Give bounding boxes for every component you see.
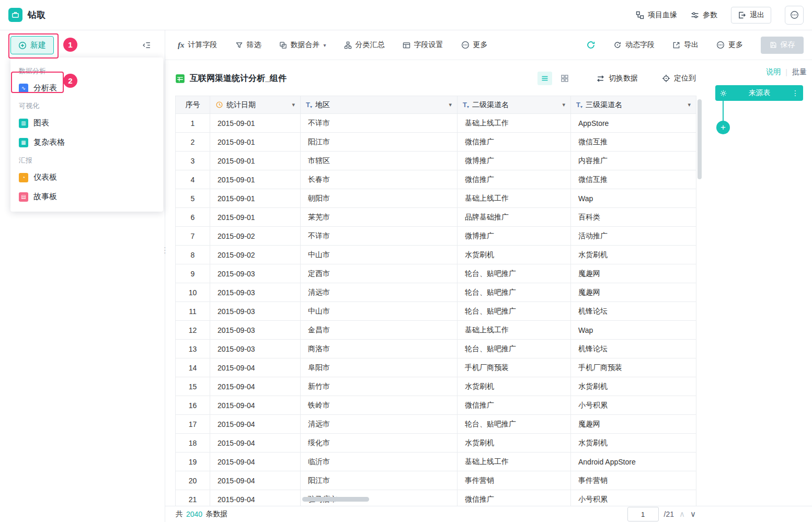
batch-link[interactable]: 批量 <box>792 67 807 77</box>
cell-date: 2015-09-04 <box>210 434 301 453</box>
column-header-channel3[interactable]: T▾ 三级渠道名 ▾ <box>571 96 696 114</box>
project-lineage-button[interactable]: 项目血缘 <box>636 10 677 20</box>
exit-button[interactable]: 退出 <box>731 7 771 24</box>
grid-view-toggle[interactable] <box>557 72 572 85</box>
table-row[interactable]: 18 2015-09-04 绥化市 水货刷机 水货刷机 <box>176 434 696 453</box>
cell-date: 2015-09-01 <box>210 152 301 170</box>
table-row[interactable]: 17 2015-09-04 清远市 轮台、贴吧推广 魔趣网 <box>176 415 696 434</box>
vertical-scrollbar-thumb[interactable] <box>697 99 702 179</box>
note-link[interactable]: 说明 <box>766 67 781 77</box>
table-row[interactable]: 14 2015-09-04 阜阳市 手机厂商预装 手机厂商预装 <box>176 358 696 377</box>
chevron-down-icon[interactable]: ▾ <box>562 101 565 108</box>
column-label: 统计日期 <box>226 100 256 110</box>
column-header-region[interactable]: T▾ 地区 ▾ <box>301 96 458 114</box>
table-row[interactable]: 19 2015-09-04 临沂市 基础上线工作 Android AppStor… <box>176 453 696 471</box>
dynamic-field-icon <box>613 41 622 49</box>
menu-item-storyboard[interactable]: ▤故事板 <box>10 187 163 206</box>
pagination: /21 ∧ ∨ <box>627 507 696 521</box>
classify-summary-button[interactable]: 分类汇总 <box>344 40 385 50</box>
column-header-channel2[interactable]: T▾ 二级渠道名 ▾ <box>458 96 571 114</box>
merge-icon <box>279 41 287 49</box>
menu-item-chart[interactable]: ▥图表 <box>10 113 163 133</box>
table-row[interactable]: 10 2015-09-03 清远市 轮台、贴吧推广 魔趣网 <box>176 283 696 302</box>
menu-section-title: 数据分析 <box>10 63 163 78</box>
cell-region: 朝阳市 <box>301 189 458 208</box>
table-row[interactable]: 2 2015-09-01 阳江市 微信推广 微信互推 <box>176 133 696 152</box>
component-toolbar: fx 计算字段 筛选 数据合并 ▾ 分类汇总 字段设置 更多 动态字段 导出 <box>165 30 812 60</box>
menu-item-dashboard[interactable]: ◔仪表板 <box>10 168 163 187</box>
column-header-index[interactable]: 序号 <box>176 96 210 114</box>
column-header-date[interactable]: 统计日期 ▾ <box>210 96 301 114</box>
save-label: 保存 <box>781 40 795 50</box>
table-row[interactable]: 5 2015-09-01 朝阳市 基础上线工作 Wap <box>176 189 696 208</box>
switch-data-button[interactable]: 切换数据 <box>596 74 638 83</box>
component-header: 互联网渠道统计分析_组件 切换数据 定位到 <box>175 69 696 87</box>
more-right-button[interactable]: 更多 <box>716 40 743 50</box>
table-row[interactable]: 1 2015-09-01 不详市 基础上线工作 AppStore <box>176 114 696 133</box>
locate-button[interactable]: 定位到 <box>662 74 696 83</box>
new-menu-dropdown: 数据分析∿分析表可视化▥图表▦复杂表格汇报◔仪表板▤故事板 <box>10 57 163 212</box>
cell-date: 2015-09-03 <box>210 283 301 302</box>
calc-field-button[interactable]: fx 计算字段 <box>178 40 218 50</box>
table-row[interactable]: 11 2015-09-03 中山市 轮台、贴吧推广 机锋论坛 <box>176 302 696 321</box>
chevron-down-icon[interactable]: ▾ <box>449 101 452 108</box>
more-vertical-icon[interactable]: ⋮ <box>792 89 799 97</box>
source-table-node[interactable]: 来源表 ⋮ <box>715 85 803 101</box>
table-row[interactable]: 9 2015-09-03 定西市 轮台、贴吧推广 魔趣网 <box>176 264 696 283</box>
chevron-down-icon[interactable]: ▾ <box>292 101 295 108</box>
menu-item-analysis-table[interactable]: ∿分析表 <box>10 78 163 98</box>
table-row[interactable]: 12 2015-09-03 金昌市 基础上线工作 Wap <box>176 321 696 340</box>
chevron-down-icon[interactable]: ▾ <box>688 101 691 108</box>
chart-icon: ▥ <box>19 119 28 128</box>
column-label: 二级渠道名 <box>472 100 509 110</box>
cell-channel2: 水货刷机 <box>458 434 571 453</box>
new-button-label: 新建 <box>30 40 46 50</box>
table-row[interactable]: 20 2015-09-04 阳江市 事件营销 事件营销 <box>176 471 696 490</box>
more-options-button[interactable] <box>785 6 804 25</box>
cell-channel2: 基础上线工作 <box>458 189 571 208</box>
table-row[interactable]: 4 2015-09-01 长春市 微信推广 微信互推 <box>176 170 696 189</box>
page-down-icon[interactable]: ∨ <box>690 509 696 519</box>
add-node-button[interactable]: + <box>716 121 730 134</box>
table-row[interactable]: 21 2015-09-04 驻马店市 微信推广 小号积累 <box>176 490 696 506</box>
cell-date: 2015-09-02 <box>210 227 301 246</box>
page-up-icon[interactable]: ∧ <box>679 509 685 519</box>
cell-channel2: 微信推广 <box>458 490 571 506</box>
table-row[interactable]: 6 2015-09-01 莱芜市 品牌基础推广 百科类 <box>176 208 696 227</box>
list-view-icon <box>541 74 549 83</box>
gear-icon <box>719 89 727 97</box>
table-view-toggle[interactable] <box>537 72 552 85</box>
table-row[interactable]: 7 2015-09-02 不详市 微博推广 活动推广 <box>176 227 696 246</box>
dynamic-field-button[interactable]: 动态字段 <box>613 40 655 50</box>
field-settings-button[interactable]: 字段设置 <box>403 40 443 50</box>
new-button[interactable]: 新建 <box>10 36 54 54</box>
cell-index: 16 <box>176 396 210 415</box>
panel-resize-handle[interactable]: ⋮ <box>161 246 169 255</box>
cell-channel3: Wap <box>571 321 696 340</box>
menu-item-complex-table[interactable]: ▦复杂表格 <box>10 133 163 152</box>
data-merge-button[interactable]: 数据合并 ▾ <box>279 40 326 50</box>
params-button[interactable]: 参数 <box>691 10 717 20</box>
filter-button[interactable]: 筛选 <box>235 40 261 50</box>
save-button[interactable]: 保存 <box>761 37 804 54</box>
page-title: 钻取 <box>28 9 45 21</box>
cell-index: 18 <box>176 434 210 453</box>
table-row[interactable]: 3 2015-09-01 市辖区 微博推广 内容推广 <box>176 152 696 170</box>
refresh-icon[interactable] <box>586 40 596 50</box>
cell-channel3: 手机厂商预装 <box>571 358 696 377</box>
collapse-sidebar-icon[interactable] <box>142 41 151 50</box>
table-row[interactable]: 15 2015-09-04 新竹市 水货刷机 水货刷机 <box>176 377 696 396</box>
table-row[interactable]: 13 2015-09-03 商洛市 轮台、贴吧推广 机锋论坛 <box>176 340 696 358</box>
cell-date: 2015-09-01 <box>210 133 301 152</box>
cell-date: 2015-09-02 <box>210 246 301 264</box>
more-left-button[interactable]: 更多 <box>461 40 488 50</box>
cell-date: 2015-09-01 <box>210 208 301 227</box>
table-header-row: 序号 统计日期 ▾ T▾ 地区 ▾ <box>176 96 696 114</box>
cell-index: 6 <box>176 208 210 227</box>
table-row[interactable]: 16 2015-09-04 铁岭市 微信推广 小号积累 <box>176 396 696 415</box>
page-input[interactable] <box>627 507 659 521</box>
table-row[interactable]: 8 2015-09-02 中山市 水货刷机 水货刷机 <box>176 246 696 264</box>
export-button[interactable]: 导出 <box>672 40 699 50</box>
horizontal-scrollbar-thumb[interactable] <box>302 497 369 502</box>
menu-item-label: 图表 <box>33 118 49 128</box>
